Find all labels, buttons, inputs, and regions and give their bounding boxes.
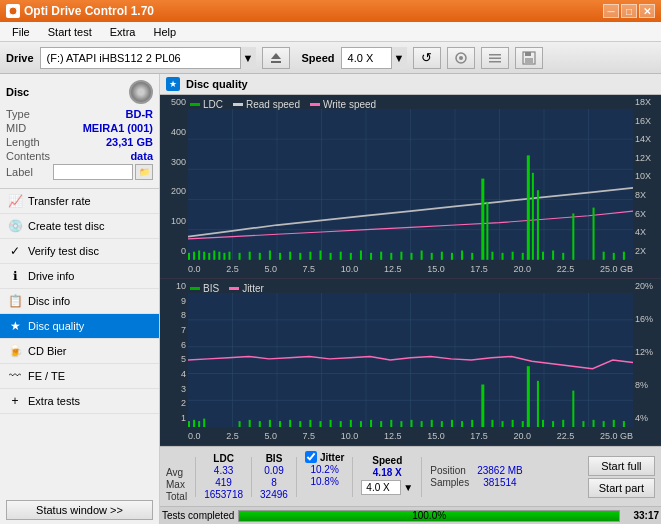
menu-start-test[interactable]: Start test bbox=[40, 25, 100, 39]
sidebar-item-verify-test-disc[interactable]: ✓ Verify test disc bbox=[0, 239, 159, 264]
svg-rect-110 bbox=[370, 420, 372, 427]
sidebar-item-fe-te[interactable]: 〰 FE / TE bbox=[0, 364, 159, 389]
sidebar-item-label: CD Bier bbox=[28, 345, 67, 357]
status-window-btn[interactable]: Status window >> bbox=[6, 500, 153, 520]
maximize-btn[interactable]: □ bbox=[621, 4, 637, 18]
svg-rect-51 bbox=[340, 252, 342, 260]
legend-ldc: LDC bbox=[203, 99, 223, 110]
minimize-btn[interactable]: ─ bbox=[603, 4, 619, 18]
chart2-y-right: 20%16%12%8%4% bbox=[633, 279, 661, 425]
sidebar-item-label: Drive info bbox=[28, 270, 74, 282]
svg-rect-36 bbox=[527, 155, 530, 259]
disc-info-icon: 📋 bbox=[8, 294, 22, 308]
chart2: BIS Jitter 10987654321 20%16%12%8%4% bbox=[160, 279, 661, 446]
drive-dropdown-arrow[interactable]: ▼ bbox=[240, 47, 256, 69]
chart1: LDC Read speed Write speed 5004003002001… bbox=[160, 95, 661, 279]
svg-rect-26 bbox=[193, 252, 195, 260]
svg-rect-40 bbox=[593, 208, 595, 260]
svg-rect-64 bbox=[471, 253, 473, 260]
svg-rect-52 bbox=[350, 253, 352, 260]
svg-rect-92 bbox=[203, 418, 205, 427]
svg-rect-116 bbox=[431, 420, 433, 427]
speed-label: Speed bbox=[302, 52, 335, 64]
svg-rect-44 bbox=[269, 251, 271, 260]
svg-rect-5 bbox=[489, 54, 501, 56]
svg-rect-67 bbox=[512, 252, 514, 260]
legend-read-speed: Read speed bbox=[246, 99, 300, 110]
sidebar-item-disc-quality[interactable]: ★ Disc quality bbox=[0, 314, 159, 339]
samples-value: 381514 bbox=[477, 477, 523, 488]
type-label: Type bbox=[6, 108, 30, 120]
drive-selector[interactable]: (F:) ATAPI iHBS112 2 PL06 ▼ bbox=[40, 47, 256, 69]
sidebar-item-disc-info[interactable]: 📋 Disc info bbox=[0, 289, 159, 314]
svg-rect-70 bbox=[552, 251, 554, 260]
svg-rect-123 bbox=[512, 420, 514, 427]
eject-button[interactable] bbox=[262, 47, 290, 69]
cd-bier-icon: 🍺 bbox=[8, 344, 22, 358]
settings-button2[interactable] bbox=[481, 47, 509, 69]
svg-rect-34 bbox=[481, 179, 484, 260]
svg-rect-74 bbox=[623, 252, 625, 260]
start-part-btn[interactable]: Start part bbox=[588, 478, 655, 498]
svg-rect-62 bbox=[451, 253, 453, 260]
svg-rect-27 bbox=[198, 251, 200, 260]
content-title: Disc quality bbox=[186, 78, 248, 90]
svg-point-0 bbox=[9, 7, 17, 15]
menu-file[interactable]: File bbox=[4, 25, 38, 39]
speed-select-text: 4.0 X bbox=[341, 47, 391, 69]
refresh-button[interactable]: ↺ bbox=[413, 47, 441, 69]
svg-rect-71 bbox=[562, 253, 564, 260]
label-browse-btn[interactable]: 📁 bbox=[135, 164, 153, 180]
save-button[interactable] bbox=[515, 47, 543, 69]
svg-rect-57 bbox=[400, 252, 402, 260]
label-input[interactable] bbox=[53, 164, 133, 180]
sidebar-item-extra-tests[interactable]: + Extra tests bbox=[0, 389, 159, 414]
svg-rect-37 bbox=[532, 173, 534, 260]
speed-stat-value: 4.18 X bbox=[361, 467, 413, 478]
stats-col-position: Position Samples bbox=[430, 450, 469, 503]
progress-bar-container: Tests completed 100.0% 33:17 bbox=[160, 506, 661, 524]
stats-col-bis: BIS 0.09 8 32496 bbox=[260, 453, 288, 500]
svg-rect-30 bbox=[213, 251, 215, 260]
start-full-btn[interactable]: Start full bbox=[588, 456, 655, 476]
close-btn[interactable]: ✕ bbox=[639, 4, 655, 18]
svg-rect-10 bbox=[525, 58, 533, 63]
svg-rect-9 bbox=[525, 52, 531, 56]
svg-rect-31 bbox=[218, 252, 220, 260]
sidebar-item-label: Transfer rate bbox=[28, 195, 91, 207]
svg-rect-100 bbox=[269, 420, 271, 427]
verify-test-disc-icon: ✓ bbox=[8, 244, 22, 258]
position-label: Position bbox=[430, 465, 469, 476]
drive-info-icon: ℹ bbox=[8, 269, 22, 283]
menu-extra[interactable]: Extra bbox=[102, 25, 144, 39]
legend-jitter: Jitter bbox=[242, 283, 264, 294]
sidebar-item-label: FE / TE bbox=[28, 370, 65, 382]
sidebar-item-drive-info[interactable]: ℹ Drive info bbox=[0, 264, 159, 289]
speed-dropdown-arrow[interactable]: ▼ bbox=[391, 47, 407, 69]
sidebar-item-label: Extra tests bbox=[28, 395, 80, 407]
speed-selector[interactable]: 4.0 X ▼ bbox=[341, 47, 407, 69]
app-icon bbox=[6, 4, 20, 18]
svg-rect-49 bbox=[319, 251, 321, 260]
disc-quality-header-icon: ★ bbox=[166, 77, 180, 91]
svg-rect-106 bbox=[330, 420, 332, 427]
svg-rect-108 bbox=[350, 420, 352, 427]
sidebar-item-cd-bier[interactable]: 🍺 CD Bier bbox=[0, 339, 159, 364]
jitter-checkbox[interactable] bbox=[305, 451, 317, 463]
svg-rect-48 bbox=[309, 252, 311, 260]
menu-help[interactable]: Help bbox=[145, 25, 184, 39]
titlebar: Opti Drive Control 1.70 ─ □ ✕ bbox=[0, 0, 661, 22]
settings-button1[interactable] bbox=[447, 47, 475, 69]
svg-rect-95 bbox=[537, 381, 539, 427]
sidebar-item-create-test-disc[interactable]: 💿 Create test disc bbox=[0, 214, 159, 239]
svg-rect-63 bbox=[461, 251, 463, 260]
legend-bis: BIS bbox=[203, 283, 219, 294]
chart2-y-left: 10987654321 bbox=[160, 279, 188, 425]
bis-header: BIS bbox=[260, 453, 288, 464]
total-label: Total bbox=[166, 491, 187, 502]
chart2-legend: BIS Jitter bbox=[190, 283, 264, 294]
bis-total: 32496 bbox=[260, 489, 288, 500]
speed-stat-select[interactable]: 4.0 X bbox=[361, 480, 401, 495]
sidebar-item-transfer-rate[interactable]: 📈 Transfer rate bbox=[0, 189, 159, 214]
label-label: Label bbox=[6, 166, 33, 178]
